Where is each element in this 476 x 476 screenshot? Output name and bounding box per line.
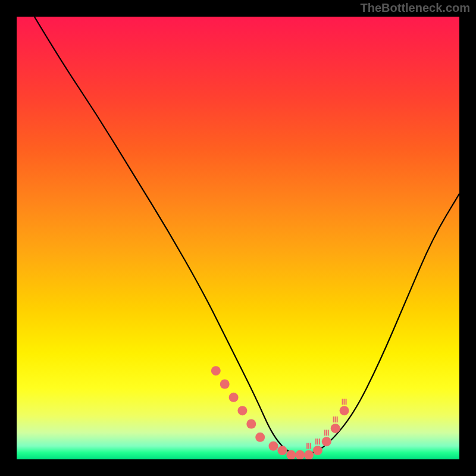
- data-point: [322, 437, 331, 446]
- data-point: [229, 393, 239, 402]
- data-point: [295, 450, 305, 459]
- data-point: [269, 441, 278, 451]
- data-point: [255, 433, 265, 442]
- data-point: [211, 366, 221, 375]
- data-point: [304, 450, 314, 459]
- data-point: [331, 424, 340, 433]
- plot-area: [17, 17, 459, 459]
- data-point: [313, 446, 322, 455]
- data-point: [246, 419, 256, 429]
- data-point: [340, 406, 349, 415]
- watermark-text: TheBottleneck.com: [361, 1, 470, 15]
- data-point: [286, 450, 296, 459]
- chart-svg: [17, 17, 459, 459]
- data-points-group: [211, 366, 349, 459]
- data-point: [220, 380, 230, 389]
- data-point: [237, 406, 247, 415]
- data-point: [277, 446, 287, 455]
- bottleneck-curve: [35, 17, 459, 455]
- curve-group: [35, 17, 459, 455]
